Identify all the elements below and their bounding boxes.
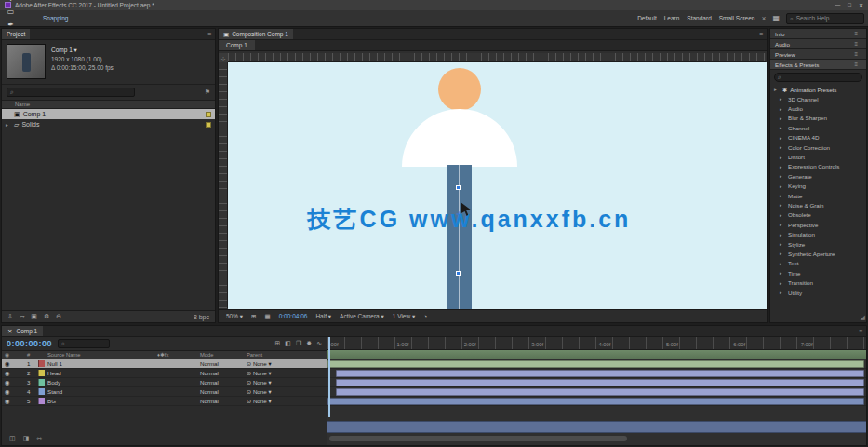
- eye-icon[interactable]: ◉: [2, 379, 24, 386]
- effect-category-row[interactable]: ▸ Noise & Grain: [770, 200, 866, 210]
- effect-category-row[interactable]: ▸ Blur & Sharpen: [770, 114, 866, 123]
- selection-handle-bottom[interactable]: [456, 271, 461, 276]
- workspace-tab[interactable]: Standard: [687, 15, 711, 21]
- effects-search-input[interactable]: ⌕: [774, 73, 862, 82]
- horizontal-ruler[interactable]: [228, 53, 766, 62]
- project-item-row[interactable]: ▸ ▱ Solids: [2, 119, 215, 129]
- expander-icon[interactable]: ▸: [780, 212, 785, 218]
- effect-category-row[interactable]: ▸ Transition: [770, 278, 866, 287]
- expander-icon[interactable]: ▸: [780, 125, 785, 130]
- workspace-tab[interactable]: Small Screen: [719, 15, 755, 21]
- stacked-panel-header[interactable]: Audio ≡: [770, 39, 866, 49]
- help-search-input[interactable]: ⌕ Search Help: [786, 13, 864, 24]
- comp-status-item[interactable]: 0:00:04:06: [279, 313, 308, 319]
- layer-name[interactable]: Stand: [45, 388, 154, 395]
- minimize-button[interactable]: —: [835, 2, 840, 8]
- layer-parent-select[interactable]: ⊙ None ▾: [244, 398, 300, 404]
- timeline-toggle-icon[interactable]: ∿: [316, 340, 322, 347]
- layer-color-chip[interactable]: [38, 398, 45, 404]
- comp-status-item[interactable]: Active Camera ▾: [340, 313, 384, 320]
- workspace-tab[interactable]: Default: [637, 15, 657, 21]
- close-button[interactable]: ✕: [859, 2, 863, 8]
- workspace-close-icon[interactable]: ✕: [761, 15, 766, 21]
- layer-row[interactable]: ◉ 5 BG Normal ⊙ None ▾: [2, 397, 327, 406]
- expander-icon[interactable]: ▸: [780, 251, 785, 256]
- layer-parent-select[interactable]: ⊙ None ▾: [244, 379, 300, 386]
- layer-blend-mode[interactable]: Normal: [197, 398, 244, 404]
- time-navigator-bar[interactable]: [327, 421, 866, 433]
- layer-name[interactable]: Head: [45, 370, 154, 376]
- effect-category-row[interactable]: ▸ Simulation: [770, 229, 866, 238]
- label-color-chip[interactable]: [206, 112, 211, 117]
- eye-icon[interactable]: ◉: [2, 360, 24, 367]
- project-footer-icon[interactable]: ⊖: [56, 313, 61, 320]
- mode-column-header[interactable]: Mode: [197, 352, 244, 358]
- project-footer-icon[interactable]: ⇩: [7, 313, 13, 320]
- project-tab[interactable]: Project: [2, 29, 30, 39]
- effect-category-row[interactable]: ▸ Audio: [770, 103, 866, 113]
- expander-icon[interactable]: ▸: [780, 144, 785, 150]
- effect-category-row[interactable]: ▸ Distort: [770, 152, 866, 161]
- layer-row[interactable]: ◉ 2 Head Normal ⊙ None ▾: [2, 369, 327, 378]
- layer-name[interactable]: Null 1: [45, 360, 154, 367]
- layer-blend-mode[interactable]: Normal: [197, 388, 244, 395]
- timeline-toggle-icon[interactable]: ✸: [306, 340, 312, 347]
- effect-category-row[interactable]: ▸ Utility: [770, 288, 866, 297]
- comp-status-item[interactable]: ⊞: [251, 313, 256, 320]
- expander-icon[interactable]: ▸: [780, 193, 785, 198]
- effect-category-row[interactable]: ▸ Expression Controls: [770, 162, 866, 171]
- current-time-indicator[interactable]: [328, 337, 330, 417]
- layer-row[interactable]: ◉ 4 Stand Normal ⊙ None ▾: [2, 387, 327, 397]
- tool-button[interactable]: ▭: [4, 6, 18, 19]
- layer-row[interactable]: ◉ 1 Null 1 Normal ⊙ None ▾: [2, 359, 327, 369]
- expander-icon[interactable]: ▸: [6, 122, 11, 128]
- comp-status-item[interactable]: 1 View ▾: [393, 313, 415, 320]
- layer-parent-select[interactable]: ⊙ None ▾: [244, 370, 300, 376]
- layer-color-chip[interactable]: [38, 360, 45, 367]
- effect-category-row[interactable]: ▸ Stylize: [770, 239, 866, 249]
- expander-icon[interactable]: ▸: [780, 202, 785, 208]
- expander-icon[interactable]: ▸: [780, 173, 785, 179]
- time-ruler[interactable]: :00f 1:00f 2:00f 3:00f 4:00f 5:00f 6:00f…: [327, 337, 866, 350]
- expander-icon[interactable]: ▸: [780, 183, 785, 189]
- project-search-input[interactable]: ⌕: [7, 88, 135, 97]
- work-area-bar[interactable]: [327, 350, 866, 359]
- stacked-panel-header[interactable]: Preview ≡: [770, 49, 866, 60]
- comp-status-item[interactable]: Half ▾: [315, 313, 331, 320]
- viewer-comp-selector[interactable]: Comp 1: [219, 40, 255, 50]
- effect-category-row[interactable]: ▸ Keying: [770, 182, 866, 191]
- layer-row[interactable]: ◉ 3 Body Normal ⊙ None ▾: [2, 378, 327, 387]
- timeline-search-input[interactable]: ⌕: [58, 339, 110, 348]
- effect-category-row[interactable]: ▸ Obsolete: [770, 210, 866, 220]
- composition-tab[interactable]: ▣ Composition Comp 1: [219, 29, 293, 39]
- stacked-panel-header[interactable]: Effects & Presets ≡: [770, 60, 866, 70]
- project-footer-icon[interactable]: ⚙: [44, 313, 49, 320]
- effect-category-row[interactable]: ▸ Text: [770, 259, 866, 268]
- expander-icon[interactable]: ▸: [780, 222, 785, 227]
- comp-status-item[interactable]: 50% ▾: [226, 313, 243, 320]
- layer-color-chip[interactable]: [38, 388, 45, 395]
- timeline-toggle-icon[interactable]: ⊞: [274, 340, 280, 347]
- effect-category-row[interactable]: ▸ Color Correction: [770, 142, 866, 152]
- expander-icon[interactable]: ▸: [780, 290, 785, 295]
- panel-menu-icon[interactable]: ≡: [850, 61, 861, 67]
- workspace-tab[interactable]: Learn: [664, 15, 680, 21]
- timeline-tab[interactable]: ✕ Comp 1: [2, 326, 43, 336]
- effect-category-row[interactable]: ▸ CINEMA 4D: [770, 133, 866, 142]
- layer-duration-bar[interactable]: [327, 360, 864, 368]
- label-color-chip[interactable]: [206, 122, 211, 128]
- comp-status-item[interactable]: ◔: [423, 313, 427, 319]
- horizontal-scrollbar[interactable]: [329, 436, 627, 441]
- layer-name[interactable]: BG: [45, 398, 154, 404]
- bit-depth-button[interactable]: 8 bpc: [194, 314, 209, 320]
- expander-icon[interactable]: ▸: [780, 232, 785, 237]
- layer-duration-bar[interactable]: [336, 388, 864, 396]
- panel-menu-icon[interactable]: ≡: [850, 51, 861, 57]
- expander-icon[interactable]: ▸: [780, 155, 785, 160]
- layer-blend-mode[interactable]: Normal: [197, 370, 244, 376]
- comp-status-item[interactable]: ▦: [265, 313, 271, 320]
- animation-presets-root[interactable]: ▸ ✱ Animation Presets: [770, 85, 866, 94]
- effect-category-row[interactable]: ▸ 3D Channel: [770, 94, 866, 103]
- panel-menu-icon[interactable]: ≡: [204, 29, 215, 39]
- panel-menu-icon[interactable]: ≡: [855, 326, 866, 336]
